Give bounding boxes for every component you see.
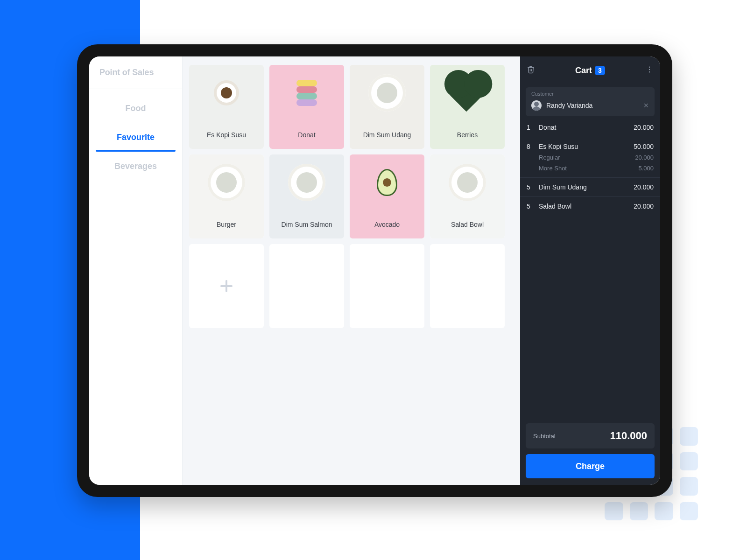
- cart-line-item[interactable]: 5Dim Sum Udang20.000: [520, 178, 660, 197]
- line-name: Donat: [539, 124, 628, 131]
- product-image: [189, 154, 264, 210]
- svg-point-0: [649, 67, 650, 68]
- customer-label: Customer: [531, 91, 649, 97]
- modifier-name: Regular: [539, 154, 629, 161]
- tablet-frame: Point of Sales FoodFavouriteBeverages Es…: [77, 44, 672, 497]
- product-card[interactable]: Es Kopi Susu: [189, 65, 264, 149]
- plus-icon: [220, 280, 233, 292]
- category-tab-favourite[interactable]: Favourite: [89, 123, 182, 152]
- product-image: [430, 65, 505, 121]
- cart-count-badge: 3: [595, 66, 605, 75]
- product-card[interactable]: Salad Bowl: [430, 154, 505, 238]
- product-card[interactable]: Dim Sum Udang: [350, 65, 424, 149]
- subtotal-label: Subtotal: [533, 433, 556, 440]
- product-card[interactable]: Burger: [189, 154, 264, 238]
- category-tab-food[interactable]: Food: [89, 94, 182, 123]
- product-name: Donat: [269, 121, 344, 149]
- empty-slot: [269, 244, 344, 328]
- customer-name: Randy Varianda: [546, 102, 639, 109]
- modifier-price: 20.000: [635, 154, 654, 161]
- cart-items: 1Donat20.0008Es Kopi Susu50.000.Regular2…: [520, 116, 660, 418]
- product-image: [269, 65, 344, 121]
- product-image: [269, 154, 344, 210]
- line-qty: 1: [527, 124, 533, 131]
- line-name: Es Kopi Susu: [539, 143, 628, 150]
- svg-point-1: [649, 69, 650, 70]
- customer-row[interactable]: Randy Varianda ✕: [531, 100, 649, 111]
- app-title: Point of Sales: [99, 68, 154, 77]
- charge-button[interactable]: Charge: [526, 454, 655, 478]
- avatar-icon: [531, 100, 542, 111]
- trash-icon[interactable]: [527, 65, 535, 76]
- category-label: Food: [126, 104, 146, 113]
- product-card[interactable]: Dim Sum Salmon: [269, 154, 344, 238]
- line-qty: 8: [527, 143, 533, 150]
- cart-title-text: Cart: [575, 66, 592, 76]
- line-qty: 5: [527, 183, 533, 191]
- product-name: Es Kopi Susu: [189, 121, 264, 149]
- product-name: Dim Sum Salmon: [269, 210, 344, 238]
- sidebar: Point of Sales FoodFavouriteBeverages: [89, 56, 183, 485]
- close-icon[interactable]: ✕: [643, 102, 649, 109]
- charge-button-label: Charge: [576, 462, 605, 471]
- cart-line-item[interactable]: 1Donat20.000: [520, 118, 660, 137]
- product-card[interactable]: Avocado: [350, 154, 424, 238]
- line-name: Dim Sum Udang: [539, 183, 628, 191]
- modifier-name: More Shot: [539, 165, 633, 172]
- cart-header: Cart 3: [520, 56, 660, 84]
- line-price: 20.000: [634, 203, 654, 210]
- cart-line-item[interactable]: 8Es Kopi Susu50.000.Regular20.000.More S…: [520, 137, 660, 178]
- line-modifier: .Regular20.000: [527, 154, 654, 161]
- line-price: 20.000: [634, 124, 654, 131]
- add-product-button[interactable]: [189, 244, 264, 328]
- subtotal-value: 110.000: [610, 430, 647, 442]
- product-name: Berries: [430, 121, 505, 149]
- product-name: Salad Bowl: [430, 210, 505, 238]
- product-grid: Es Kopi SusuDonatDim Sum UdangBerriesBur…: [183, 56, 520, 485]
- product-image: [430, 154, 505, 210]
- product-name: Avocado: [350, 210, 424, 238]
- subtotal-row: Subtotal 110.000: [526, 423, 655, 448]
- line-price: 20.000: [634, 183, 654, 191]
- sidebar-header: Point of Sales: [89, 56, 182, 89]
- line-qty: 5: [527, 203, 533, 210]
- cart-title: Cart 3: [535, 66, 645, 76]
- line-modifier: .More Shot5.000: [527, 165, 654, 172]
- product-name: Burger: [189, 210, 264, 238]
- line-price: 50.000: [634, 143, 654, 150]
- product-card[interactable]: Berries: [430, 65, 505, 149]
- svg-point-2: [649, 71, 650, 72]
- category-list: FoodFavouriteBeverages: [89, 89, 182, 181]
- product-image: [189, 65, 264, 121]
- product-image: [350, 154, 424, 210]
- more-icon[interactable]: [645, 65, 654, 76]
- cart-line-item[interactable]: 5Salad Bowl20.000: [520, 197, 660, 216]
- product-name: Dim Sum Udang: [350, 121, 424, 149]
- product-card[interactable]: Donat: [269, 65, 344, 149]
- category-label: Favourite: [117, 133, 155, 142]
- category-label: Beverages: [114, 161, 157, 171]
- cart-panel: Cart 3 Customer Randy Varianda ✕ 1Donat2…: [520, 56, 660, 485]
- product-image: [350, 65, 424, 121]
- app-screen: Point of Sales FoodFavouriteBeverages Es…: [89, 56, 660, 485]
- customer-box: Customer Randy Varianda ✕: [526, 87, 655, 116]
- category-tab-beverages[interactable]: Beverages: [89, 152, 182, 181]
- modifier-price: 5.000: [638, 165, 654, 172]
- empty-slot: [350, 244, 424, 328]
- empty-slot: [430, 244, 505, 328]
- line-name: Salad Bowl: [539, 203, 628, 210]
